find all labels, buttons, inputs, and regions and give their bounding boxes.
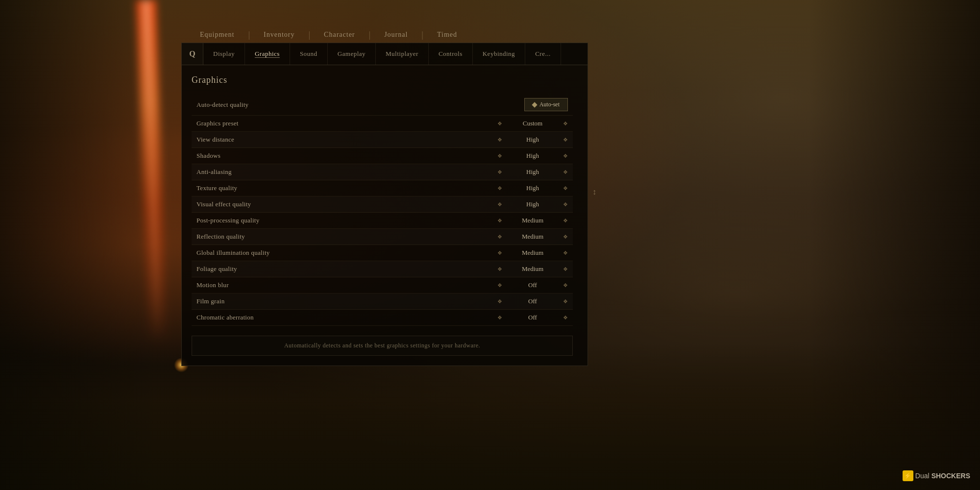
watermark-shockers-text: SHOCKERS <box>931 472 970 480</box>
setting-name-3: Anti-aliasing <box>196 168 497 176</box>
tab-multiplayer[interactable]: Multiplayer <box>376 43 429 65</box>
setting-right-arrow-11[interactable]: ❖ <box>563 298 568 305</box>
top-nav-item-character[interactable]: Character <box>310 27 368 43</box>
setting-left-arrow-3[interactable]: ❖ <box>497 169 502 175</box>
settings-row[interactable]: Anti-aliasing ❖ High ❖ <box>192 164 573 180</box>
top-nav: Equipment | Inventory | Character | Jour… <box>181 27 588 43</box>
setting-value-4: High <box>508 184 557 192</box>
tab-graphics[interactable]: Graphics <box>245 43 290 65</box>
settings-panel: Graphics Auto-detect quality Auto-set Gr… <box>181 65 588 366</box>
setting-value-6: Medium <box>508 217 557 224</box>
auto-set-button[interactable]: Auto-set <box>524 98 568 111</box>
settings-tabs-bar: Q Display Graphics Sound Gameplay Multip… <box>181 43 588 65</box>
settings-row[interactable]: Visual effect quality ❖ High ❖ <box>192 196 573 213</box>
settings-row[interactable]: View distance ❖ High ❖ <box>192 132 573 148</box>
setting-name-11: Film grain <box>196 297 497 305</box>
setting-right-arrow-2[interactable]: ❖ <box>563 153 568 159</box>
setting-left-arrow-11[interactable]: ❖ <box>497 298 502 305</box>
settings-row[interactable]: Reflection quality ❖ Medium ❖ <box>192 229 573 245</box>
setting-value-0: Custom <box>508 120 557 127</box>
setting-left-arrow-7[interactable]: ❖ <box>497 234 502 240</box>
setting-left-arrow-8[interactable]: ❖ <box>497 250 502 256</box>
settings-icon-button[interactable]: Q <box>182 43 203 65</box>
setting-name-0: Graphics preset <box>196 120 497 127</box>
top-nav-item-inventory[interactable]: Inventory <box>250 27 308 43</box>
setting-name-9: Foliage quality <box>196 265 497 273</box>
setting-value-11: Off <box>508 297 557 305</box>
tab-controls[interactable]: Controls <box>429 43 473 65</box>
settings-row[interactable]: Graphics preset ❖ Custom ❖ <box>192 116 573 132</box>
settings-row[interactable]: Post-processing quality ❖ Medium ❖ <box>192 213 573 229</box>
top-nav-item-journal[interactable]: Journal <box>370 27 421 43</box>
setting-right-arrow-6[interactable]: ❖ <box>563 218 568 224</box>
setting-left-arrow-9[interactable]: ❖ <box>497 266 502 272</box>
setting-right-arrow-3[interactable]: ❖ <box>563 169 568 175</box>
setting-right-arrow-7[interactable]: ❖ <box>563 234 568 240</box>
setting-value-2: High <box>508 152 557 160</box>
setting-left-arrow-4[interactable]: ❖ <box>497 185 502 192</box>
setting-left-arrow-5[interactable]: ❖ <box>497 201 502 208</box>
setting-right-arrow-8[interactable]: ❖ <box>563 250 568 256</box>
setting-right-arrow-12[interactable]: ❖ <box>563 315 568 321</box>
setting-name-10: Motion blur <box>196 281 497 289</box>
tab-credits[interactable]: Cre... <box>525 43 561 65</box>
auto-set-label: Auto-set <box>539 101 560 108</box>
settings-row[interactable]: Motion blur ❖ Off ❖ <box>192 277 573 294</box>
tab-display[interactable]: Display <box>203 43 245 65</box>
setting-right-arrow-5[interactable]: ❖ <box>563 201 568 208</box>
setting-left-arrow-0[interactable]: ❖ <box>497 121 502 127</box>
settings-row[interactable]: Chromatic aberration ❖ Off ❖ <box>192 310 573 326</box>
setting-name-8: Global illumination quality <box>196 249 497 257</box>
setting-left-arrow-1[interactable]: ❖ <box>497 137 502 143</box>
setting-right-arrow-9[interactable]: ❖ <box>563 266 568 272</box>
setting-name-7: Reflection quality <box>196 233 497 241</box>
setting-value-1: High <box>508 136 557 144</box>
description-bar: Automatically detects and sets the best … <box>192 336 573 356</box>
watermark-dual-text: Dual <box>915 472 930 480</box>
description-text: Automatically detects and sets the best … <box>202 342 563 349</box>
setting-name-2: Shadows <box>196 152 497 160</box>
auto-detect-label: Auto-detect quality <box>196 101 524 109</box>
setting-left-arrow-6[interactable]: ❖ <box>497 218 502 224</box>
setting-value-5: High <box>508 200 557 208</box>
setting-name-5: Visual effect quality <box>196 200 497 208</box>
setting-name-1: View distance <box>196 136 497 144</box>
setting-value-7: Medium <box>508 233 557 241</box>
setting-value-3: High <box>508 168 557 176</box>
auto-detect-row: Auto-detect quality Auto-set <box>192 94 573 116</box>
setting-value-8: Medium <box>508 249 557 257</box>
settings-row[interactable]: Shadows ❖ High ❖ <box>192 148 573 164</box>
watermark-icon: ⚡ <box>903 470 913 481</box>
watermark: ⚡ Dual SHOCKERS <box>903 470 970 481</box>
tab-gameplay[interactable]: Gameplay <box>328 43 376 65</box>
settings-rows-container: Graphics preset ❖ Custom ❖ View distance… <box>192 116 573 326</box>
setting-right-arrow-0[interactable]: ❖ <box>563 121 568 127</box>
setting-left-arrow-2[interactable]: ❖ <box>497 153 502 159</box>
panel-title: Graphics <box>192 75 573 85</box>
trees-left-overlay <box>0 0 157 490</box>
setting-name-6: Post-processing quality <box>196 217 497 224</box>
setting-value-10: Off <box>508 281 557 289</box>
setting-name-12: Chromatic aberration <box>196 314 497 321</box>
scroll-indicator: ↕ <box>592 188 596 196</box>
settings-row[interactable]: Texture quality ❖ High ❖ <box>192 180 573 196</box>
tab-sound[interactable]: Sound <box>290 43 328 65</box>
setting-value-12: Off <box>508 314 557 321</box>
setting-left-arrow-10[interactable]: ❖ <box>497 282 502 289</box>
ui-container: Equipment | Inventory | Character | Jour… <box>181 27 588 366</box>
setting-name-4: Texture quality <box>196 184 497 192</box>
settings-row[interactable]: Global illumination quality ❖ Medium ❖ <box>192 245 573 261</box>
trees-right-overlay <box>808 0 980 490</box>
top-nav-item-equipment[interactable]: Equipment <box>186 27 248 43</box>
auto-set-diamond-icon <box>532 102 537 107</box>
setting-left-arrow-12[interactable]: ❖ <box>497 315 502 321</box>
setting-right-arrow-4[interactable]: ❖ <box>563 185 568 192</box>
top-nav-item-timed[interactable]: Timed <box>423 27 471 43</box>
setting-right-arrow-10[interactable]: ❖ <box>563 282 568 289</box>
tab-keybinding[interactable]: Keybinding <box>473 43 525 65</box>
setting-value-9: Medium <box>508 265 557 273</box>
settings-row[interactable]: Foliage quality ❖ Medium ❖ <box>192 261 573 277</box>
setting-right-arrow-1[interactable]: ❖ <box>563 137 568 143</box>
settings-row[interactable]: Film grain ❖ Off ❖ <box>192 294 573 310</box>
